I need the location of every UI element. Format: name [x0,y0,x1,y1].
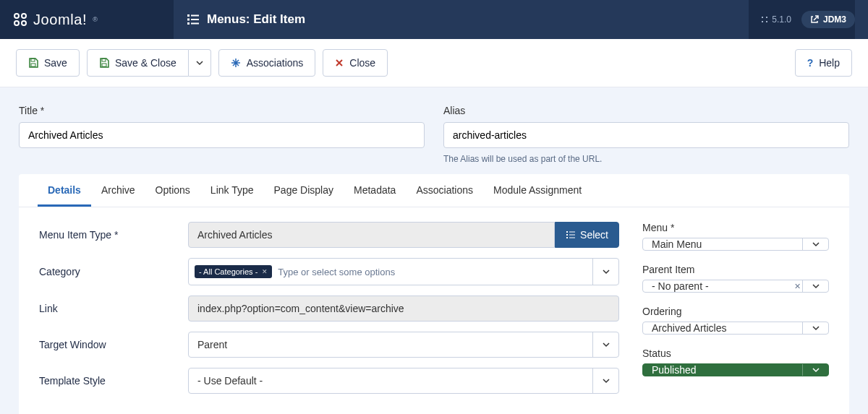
user-badge-text: JDM3 [823,14,846,25]
brand: Joomla! ® [12,11,174,28]
target-window-value: Parent [197,339,227,350]
category-label: Category [39,266,175,277]
parent-item-label: Parent Item [642,264,829,275]
parent-item-select[interactable]: - No parent - ✕ [642,280,829,293]
target-window-select[interactable]: Parent [188,332,619,358]
svg-point-1 [22,14,26,18]
status-label: Status [642,348,829,359]
svg-rect-5 [191,15,199,17]
category-chevron[interactable] [592,259,618,285]
svg-rect-8 [187,22,190,25]
chevron-down-icon [812,366,820,374]
user-badge[interactable]: JDM3 [801,11,855,28]
save-close-button[interactable]: Save & Close [87,49,189,77]
menu-item-type-value: Archived Articles [188,222,555,248]
select-button-label: Select [580,229,608,241]
tabs: Details Archive Options Link Type Page D… [19,174,849,207]
svg-rect-4 [187,14,190,17]
help-label: Help [819,57,840,69]
save-close-label: Save & Close [115,57,176,69]
svg-rect-13 [102,64,106,66]
category-tagbox[interactable]: - All Categories - ✕ Type or select some… [188,258,619,285]
associations-label: Associations [247,57,304,69]
title-label: Title * [19,105,425,116]
associations-button[interactable]: Associations [218,49,316,77]
close-button[interactable]: Close [323,49,388,77]
close-label: Close [349,57,375,69]
svg-rect-16 [566,234,568,236]
status-select[interactable]: Published [642,363,829,376]
menu-item-type-select-button[interactable]: Select [555,222,619,248]
category-tag-label: - All Categories - [199,267,258,276]
tab-page-display[interactable]: Page Display [264,174,344,207]
svg-rect-18 [566,237,568,238]
tab-metadata[interactable]: Metadata [344,174,406,207]
save-dropdown-button[interactable] [189,49,211,77]
joomla-icon [12,11,29,28]
clear-parent-icon[interactable]: ✕ [794,282,801,291]
chevron-down-icon [603,341,610,348]
ordering-select[interactable]: Archived Articles [642,322,829,335]
save-icon [28,58,38,68]
save-button[interactable]: Save [16,49,80,77]
category-placeholder: Type or select some options [278,267,395,277]
target-window-label: Target Window [39,339,175,350]
ordering-value: Archived Articles [652,322,726,334]
svg-rect-11 [31,64,35,66]
template-style-select[interactable]: - Use Default - [188,368,619,394]
list-icon [187,13,200,26]
svg-rect-15 [569,232,575,233]
details-panel: Menu Item Type * Archived Articles Selec… [19,207,849,414]
tab-associations[interactable]: Associations [406,174,483,207]
menu-select[interactable]: Main Menu [642,238,829,251]
category-tag[interactable]: - All Categories - ✕ [195,265,272,278]
save-label: Save [44,57,67,69]
toolbar: Save Save & Close Associations Close ? H… [0,39,868,87]
tab-options[interactable]: Options [145,174,200,207]
svg-point-0 [14,14,19,18]
chevron-down-icon [812,241,820,248]
topbar: Joomla! ® Menus: Edit Item 5.1.0 JDM3 [0,0,868,39]
external-link-icon [810,15,819,24]
page-title: Menus: Edit Item [207,12,305,27]
link-value: index.php?option=com_content&view=archiv… [188,296,619,322]
chevron-down-icon [603,377,610,384]
svg-point-3 [22,21,26,25]
svg-rect-7 [191,19,199,20]
menu-item-type-label: Menu Item Type * [39,229,175,241]
alias-input[interactable] [443,122,849,148]
remove-tag-icon[interactable]: ✕ [262,268,268,275]
menu-value: Main Menu [652,238,702,250]
target-window-chevron [592,332,618,357]
help-button[interactable]: ? Help [795,49,852,77]
tab-details[interactable]: Details [38,174,91,207]
parent-item-value: - No parent - [652,280,709,292]
page-heading-container: Menus: Edit Item 5.1.0 JDM3 [174,0,868,39]
svg-rect-19 [569,238,575,238]
tab-archive[interactable]: Archive [91,174,145,207]
title-input[interactable] [19,122,425,148]
alias-hint: The Alias will be used as part of the UR… [443,154,849,164]
alias-label: Alias [443,105,849,116]
close-icon [335,59,344,67]
status-value: Published [652,364,697,376]
brand-text: Joomla! [33,12,87,28]
svg-rect-14 [566,231,568,233]
version-text: 5.1.0 [772,14,791,25]
svg-rect-6 [187,19,190,21]
svg-point-2 [14,21,19,25]
ordering-label: Ordering [642,306,829,317]
tab-link-type[interactable]: Link Type [200,174,264,207]
chevron-down-icon [603,268,610,275]
chevron-down-icon [812,283,820,290]
svg-rect-9 [191,23,199,25]
version-badge: 5.1.0 [760,14,791,25]
tab-module-assignment[interactable]: Module Assignment [483,174,592,207]
chevron-down-icon [196,59,203,66]
joomla-mini-icon [760,15,769,24]
save-icon [99,58,109,68]
title-alias-row: Title * Alias The Alias will be used as … [0,87,868,174]
link-label: Link [39,303,175,314]
menu-side-label: Menu * [642,222,829,233]
brand-reg: ® [93,16,98,23]
